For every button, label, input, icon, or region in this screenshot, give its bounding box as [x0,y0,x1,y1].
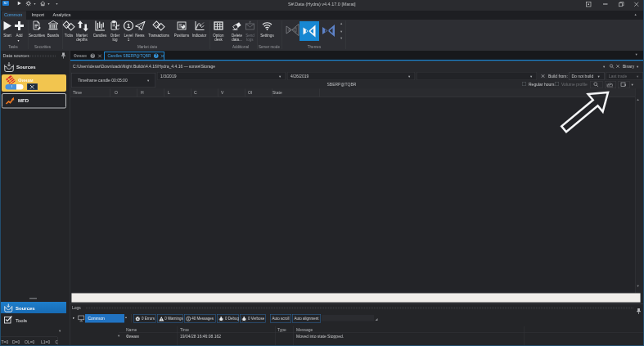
svg-text:1: 1 [127,22,130,29]
